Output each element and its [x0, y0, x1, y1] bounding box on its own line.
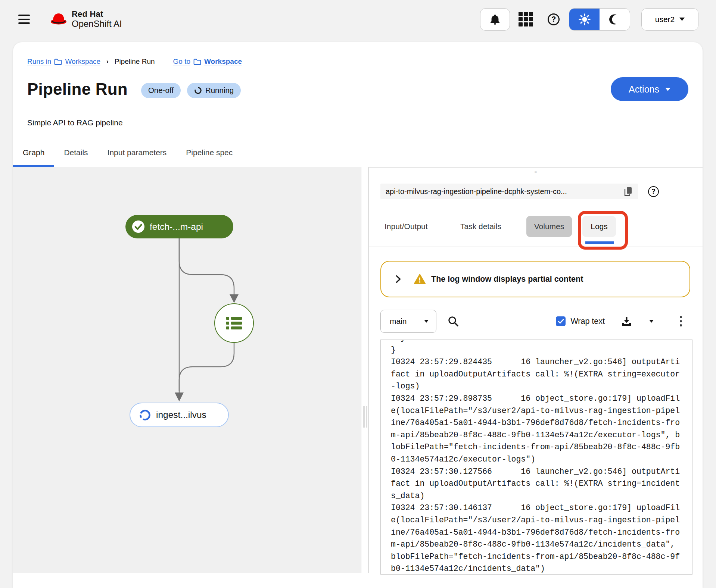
bell-icon	[490, 14, 500, 25]
project-folder-icon	[193, 58, 201, 65]
graph-node-ingest-milvus[interactable]: ingest...ilvus	[130, 403, 229, 427]
question-circle-icon: ?	[548, 13, 560, 25]
pipeline-graph-panel: fetch-...m-api ingest...ilvus	[13, 167, 361, 573]
page-title: Pipeline Run	[27, 80, 128, 98]
run-status-badge-label: Running	[205, 86, 234, 95]
search-icon	[448, 316, 459, 327]
log-toolbar: main Wrap text	[380, 310, 692, 333]
task-name-text: api-to-milvus-rag-ingestion-pipeline-dcp…	[386, 187, 620, 196]
brand-line2: OpenShift AI	[72, 19, 122, 29]
copy-button[interactable]	[624, 187, 633, 196]
badges: One-off Running	[141, 83, 241, 98]
breadcrumb-runs-text: Runs in	[27, 57, 51, 66]
kebab-menu-button[interactable]	[680, 316, 682, 326]
goto-workspace-link[interactable]: Go to Workspace	[173, 57, 242, 66]
logs-active-tab-indicator	[585, 241, 614, 244]
brand-logo: Red Hat OpenShift AI	[50, 9, 122, 29]
tab-task-details[interactable]: Task details	[460, 216, 501, 237]
user-menu-label: user2	[655, 15, 675, 24]
tab-input-parameters-label: Input parameters	[108, 148, 167, 157]
light-theme-button[interactable]	[569, 9, 600, 30]
task-name-row: api-to-milvus-rag-ingestion-pipeline-dcp…	[380, 184, 659, 199]
tab-graph[interactable]: Graph	[13, 148, 54, 167]
tab-logs-label: Logs	[591, 222, 608, 231]
copy-icon	[624, 187, 633, 196]
download-options-button[interactable]	[649, 320, 654, 323]
breadcrumb-workspace-text: Workspace	[65, 57, 100, 66]
tab-details[interactable]: Details	[54, 148, 97, 167]
splitter-grip-icon[interactable]	[363, 406, 367, 428]
nav-toggle-icon[interactable]	[18, 13, 33, 26]
task-drawer: - api-to-milvus-rag-ingestion-pipeline-d…	[369, 167, 703, 573]
wrap-text-label: Wrap text	[570, 317, 605, 326]
moon-icon	[609, 14, 620, 25]
drawer-tabs: Input/Output Task details Volumes Logs	[369, 216, 703, 237]
chevron-right-icon	[396, 275, 401, 283]
download-button[interactable]	[621, 316, 632, 326]
actions-button[interactable]: Actions	[611, 77, 688, 101]
log-content: } } I0324 23:57:29.824435 16 launcher_v2…	[381, 340, 692, 575]
tab-details-label: Details	[64, 148, 88, 157]
masthead: Red Hat OpenShift AI ?	[0, 0, 716, 42]
breadcrumb: Runs in Workspace › Pipeline Run Go to W…	[27, 42, 688, 66]
chevron-down-icon	[649, 320, 654, 323]
project-folder-icon	[54, 58, 62, 65]
redhat-fedora-icon	[50, 13, 67, 25]
page-header: Runs in Workspace › Pipeline Run Go to W…	[13, 42, 703, 127]
download-icon	[621, 316, 632, 326]
check-icon	[558, 319, 564, 324]
user-menu-button[interactable]: user2	[641, 8, 698, 31]
graph-node-artifact[interactable]	[214, 303, 254, 343]
content-split: fetch-...m-api ingest...ilvus	[13, 167, 703, 573]
task-help-button[interactable]: ?	[648, 186, 659, 197]
container-select[interactable]: main	[380, 310, 436, 333]
breadcrumb-current: Pipeline Run	[115, 57, 155, 66]
tab-logs[interactable]: Logs	[582, 216, 616, 237]
run-type-badge: One-off	[141, 83, 181, 98]
brand-line1: Red Hat	[72, 9, 122, 19]
check-circle-icon	[132, 220, 145, 233]
log-search-button[interactable]	[448, 316, 459, 327]
notifications-button[interactable]	[480, 8, 510, 31]
tab-input-parameters[interactable]: Input parameters	[98, 148, 177, 167]
goto-workspace-text: Workspace	[204, 57, 242, 66]
run-type-badge-label: One-off	[148, 86, 174, 95]
help-button[interactable]: ?	[548, 13, 560, 25]
arrowhead-icon	[230, 294, 239, 303]
tab-volumes[interactable]: Volumes	[526, 216, 572, 237]
main-tabs: Graph Details Input parameters Pipeline …	[13, 148, 703, 167]
breadcrumb-runs-link[interactable]: Runs in Workspace	[27, 57, 100, 66]
wrap-text-checkbox[interactable]	[556, 316, 566, 326]
tab-volumes-label: Volumes	[534, 222, 564, 231]
run-description: Simple API to RAG pipeline	[27, 118, 688, 127]
graph-node-fetch-label: fetch-...m-api	[150, 222, 203, 232]
expand-warning-button[interactable]	[396, 275, 401, 283]
chevron-down-icon	[424, 320, 429, 323]
tab-graph-label: Graph	[23, 148, 44, 157]
tab-pipeline-spec[interactable]: Pipeline spec	[176, 148, 242, 167]
partial-content-warning[interactable]: The log window displays partial content	[380, 261, 690, 297]
in-progress-icon	[194, 87, 202, 94]
wrap-text-control[interactable]: Wrap text	[556, 316, 605, 326]
page-card: Runs in Workspace › Pipeline Run Go to W…	[13, 42, 703, 588]
dark-theme-button[interactable]	[600, 9, 630, 30]
tab-input-output[interactable]: Input/Output	[385, 216, 428, 237]
warning-triangle-icon	[414, 274, 426, 284]
tab-task-details-label: Task details	[460, 222, 501, 231]
log-viewer[interactable]: } } I0324 23:57:29.824435 16 launcher_v2…	[380, 340, 692, 575]
drawer-resize-handle[interactable]: -	[534, 167, 537, 176]
tab-pipeline-spec-label: Pipeline spec	[186, 148, 233, 157]
masthead-actions: ? user2	[480, 8, 698, 31]
container-select-value: main	[390, 317, 407, 326]
theme-toggle	[569, 8, 630, 31]
panel-splitter[interactable]	[361, 167, 369, 573]
breadcrumb-divider	[164, 56, 164, 67]
graph-node-ingest-label: ingest...ilvus	[156, 410, 206, 420]
run-status-badge: Running	[187, 83, 241, 98]
grid-icon	[518, 12, 533, 27]
app-launcher-button[interactable]	[518, 12, 534, 27]
graph-node-fetch-incidents[interactable]: fetch-...m-api	[125, 215, 233, 238]
breadcrumb-separator-icon: ›	[106, 58, 109, 65]
brand-text: Red Hat OpenShift AI	[72, 9, 122, 29]
question-mark-icon: ?	[651, 188, 656, 196]
